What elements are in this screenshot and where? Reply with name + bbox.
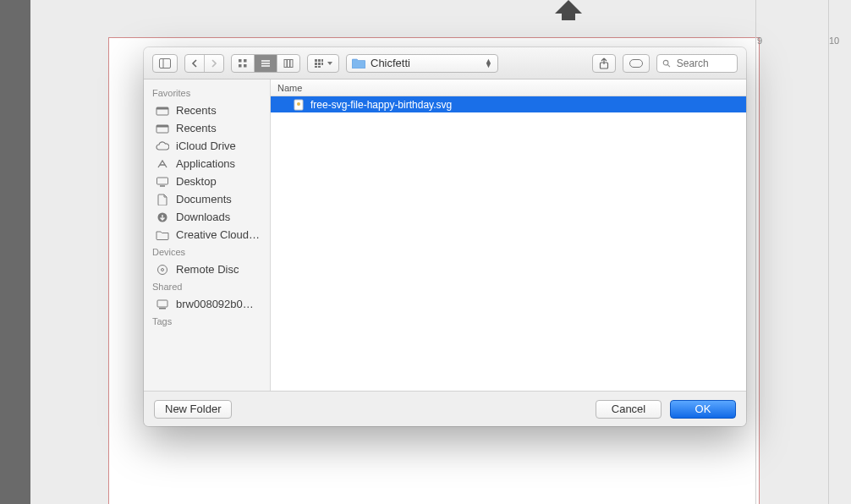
group-by-segment — [307, 54, 339, 73]
tags-button[interactable] — [623, 54, 650, 73]
share-button[interactable] — [592, 54, 616, 73]
nav-forward-button[interactable] — [205, 55, 223, 72]
ok-button[interactable]: OK — [670, 400, 736, 419]
svg-rect-14 — [321, 59, 323, 62]
share-icon — [599, 58, 609, 69]
sidebar-item[interactable]: Recents — [144, 119, 270, 137]
svg-rect-12 — [315, 59, 317, 62]
svg-line-23 — [667, 64, 669, 66]
sidebar-item[interactable]: Applications — [144, 155, 270, 173]
svg-rect-35 — [159, 308, 166, 310]
sidebar-item-label: Remote Disc — [176, 263, 239, 276]
sidebar-item-label: Recents — [176, 122, 217, 134]
sidebar-heading: Favorites — [144, 85, 270, 101]
svg-rect-10 — [288, 59, 290, 67]
search-input[interactable] — [675, 57, 732, 70]
sidebar-item-label: Desktop — [176, 175, 217, 188]
svg-rect-27 — [156, 125, 168, 128]
view-mode-segment — [231, 54, 300, 73]
toggle-sidebar-button[interactable] — [152, 54, 178, 73]
dialog-toolbar: Chicfetti ▲▼ — [144, 47, 746, 79]
list-column-header[interactable]: Name — [271, 79, 746, 96]
group-by-button[interactable] — [308, 55, 338, 72]
sidebar-item-label: Documents — [176, 193, 232, 205]
sidebar-item[interactable]: Downloads — [144, 208, 270, 226]
svg-rect-15 — [315, 63, 317, 65]
column-name-label: Name — [277, 83, 302, 93]
view-icons-button[interactable] — [232, 55, 255, 72]
sidebar-toggle-icon — [159, 58, 171, 68]
sidebar-item[interactable]: Remote Disc — [144, 260, 270, 278]
tag-icon — [629, 59, 643, 68]
sidebar-item[interactable]: Recents — [144, 101, 270, 119]
sidebar-item[interactable]: Creative Cloud… — [144, 226, 270, 244]
nav-back-button[interactable] — [185, 55, 205, 72]
computer-icon — [156, 299, 169, 310]
sidebar-item[interactable]: brw008092b0… — [144, 295, 270, 313]
cancel-button[interactable]: Cancel — [596, 400, 662, 419]
folder-icon — [156, 229, 169, 241]
svg-rect-5 — [244, 64, 247, 68]
file-icon — [293, 99, 305, 111]
svg-rect-16 — [318, 63, 321, 65]
sidebar-item[interactable]: Desktop — [144, 173, 270, 190]
folder-path-popup[interactable]: Chicfetti ▲▼ — [346, 54, 498, 73]
popup-updown-icon: ▲▼ — [485, 59, 492, 68]
svg-rect-2 — [239, 59, 242, 63]
file-open-dialog: Chicfetti ▲▼ FavoritesRecentsRecentsiClo… — [144, 47, 746, 426]
icloud-icon — [156, 140, 169, 152]
svg-point-33 — [162, 268, 164, 271]
sidebar-item-label: Applications — [176, 157, 235, 170]
up-arrow-icon — [545, 0, 592, 20]
file-pane: Name free-svg-file-happy-birthday.svg — [271, 79, 746, 391]
svg-point-32 — [158, 265, 167, 274]
svg-rect-3 — [244, 59, 247, 63]
sidebar-item-label: iCloud Drive — [176, 140, 236, 152]
sidebar-item-label: brw008092b0… — [176, 298, 254, 310]
grid-small-icon — [314, 58, 324, 68]
sidebar-item[interactable]: iCloud Drive — [144, 137, 270, 155]
sidebar-item-label: Downloads — [176, 211, 230, 223]
sidebar-item-label: Recents — [176, 104, 217, 117]
svg-rect-29 — [157, 178, 168, 184]
file-name-label: free-svg-file-happy-birthday.svg — [310, 99, 452, 111]
svg-rect-4 — [239, 64, 242, 68]
svg-rect-0 — [160, 58, 171, 68]
dialog-footer: New Folder Cancel OK — [144, 391, 746, 426]
list-icon — [261, 58, 271, 68]
folder-icon — [352, 58, 365, 68]
svg-rect-34 — [157, 300, 167, 307]
sidebar-heading: Tags — [144, 313, 270, 330]
svg-rect-11 — [290, 59, 293, 67]
sidebar-heading: Devices — [144, 244, 270, 260]
sidebar-item[interactable]: Documents — [144, 190, 270, 208]
svg-rect-17 — [321, 63, 323, 65]
folder-path-label: Chicfetti — [371, 57, 480, 69]
svg-rect-21 — [630, 59, 643, 67]
sidebar-item-label: Creative Cloud… — [176, 228, 260, 241]
svg-point-22 — [663, 60, 668, 65]
chevron-right-icon — [211, 59, 217, 68]
disc-icon — [156, 264, 169, 276]
recents-icon — [156, 123, 169, 134]
ruler-guide — [755, 0, 756, 504]
desktop-icon — [156, 176, 169, 188]
new-folder-label: New Folder — [165, 403, 221, 415]
view-list-button[interactable] — [255, 55, 277, 72]
new-folder-button[interactable]: New Folder — [154, 400, 232, 419]
documents-icon — [156, 194, 169, 205]
ruler-number: 9 — [757, 36, 762, 46]
view-columns-button[interactable] — [277, 55, 299, 72]
search-field[interactable] — [656, 54, 738, 73]
ruler-number: 10 — [829, 36, 839, 46]
file-list[interactable]: free-svg-file-happy-birthday.svg — [271, 96, 746, 391]
svg-point-37 — [297, 102, 300, 106]
photoshop-dark-strip — [0, 0, 30, 504]
file-row[interactable]: free-svg-file-happy-birthday.svg — [271, 96, 746, 112]
recents-icon — [156, 105, 169, 117]
applications-icon — [156, 158, 169, 170]
finder-sidebar: FavoritesRecentsRecentsiCloud DriveAppli… — [144, 79, 271, 391]
chevron-down-icon — [327, 62, 332, 65]
downloads-icon — [156, 211, 169, 223]
svg-rect-25 — [156, 107, 168, 110]
